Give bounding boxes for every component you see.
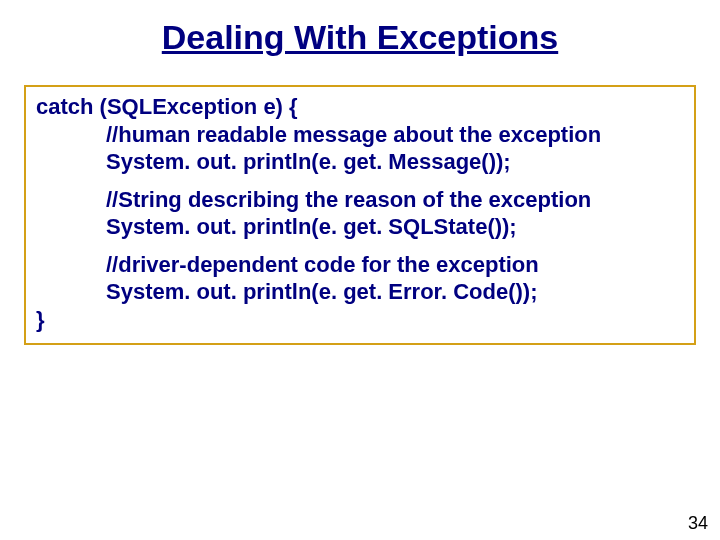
code-line-print-errorcode: System. out. println(e. get. Error. Code… [36,278,684,306]
code-line-comment-sqlstate: //String describing the reason of the ex… [36,186,684,214]
code-line-catch: catch (SQLException e) { [36,93,684,121]
page-number: 34 [688,513,708,534]
code-line-print-sqlstate: System. out. println(e. get. SQLState())… [36,213,684,241]
code-line-closebrace: } [36,306,684,334]
code-block: catch (SQLException e) { //human readabl… [24,85,696,345]
code-line-print-message: System. out. println(e. get. Message()); [36,148,684,176]
slide-title: Dealing With Exceptions [0,18,720,57]
code-line-comment-errorcode: //driver-dependent code for the exceptio… [36,251,684,279]
code-line-comment-message: //human readable message about the excep… [36,121,684,149]
